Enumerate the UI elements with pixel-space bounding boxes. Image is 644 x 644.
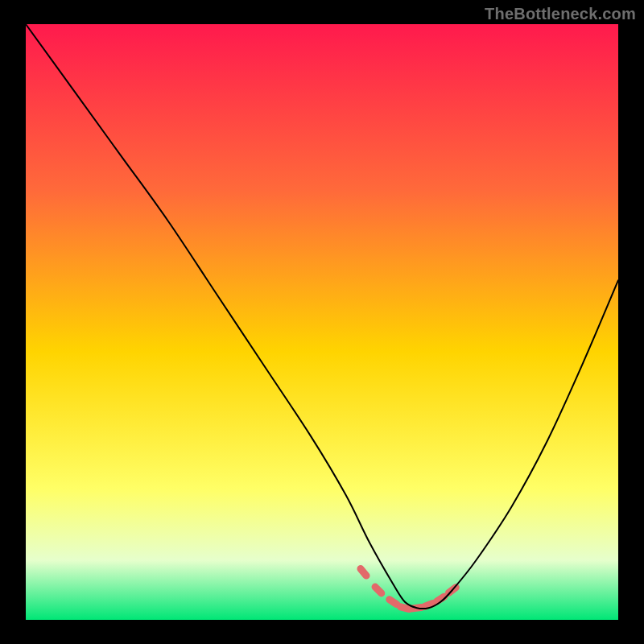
bottleneck-chart: [0, 0, 644, 644]
chart-stage: TheBottleneck.com: [0, 0, 644, 644]
plot-gradient-background: [26, 24, 618, 620]
watermark-text: TheBottleneck.com: [485, 5, 636, 23]
